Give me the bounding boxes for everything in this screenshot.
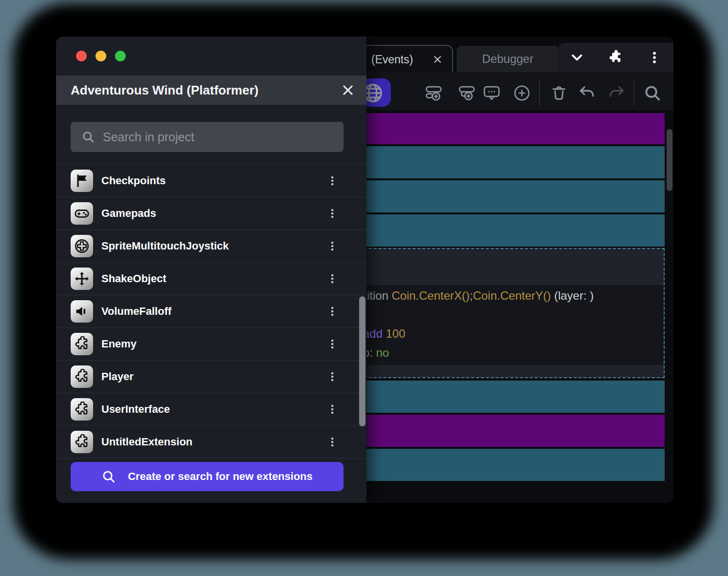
overflow-menu-icon[interactable] <box>647 50 662 65</box>
list-item[interactable]: Enemy <box>56 327 366 360</box>
close-tab-icon[interactable] <box>433 55 442 64</box>
list-item-label: UserInterface <box>101 393 170 425</box>
list-item[interactable]: Checkpoints <box>56 164 366 197</box>
item-menu-icon[interactable] <box>326 371 338 383</box>
search-icon <box>81 130 95 144</box>
list-item-label: Player <box>101 361 134 393</box>
window-controls-cluster <box>558 43 673 72</box>
search-events-icon[interactable] <box>643 84 662 102</box>
desktop: (Events) Debugger <box>0 0 728 576</box>
zoom-window-button[interactable] <box>115 51 126 61</box>
tab-debugger[interactable]: Debugger <box>457 46 559 72</box>
list-item[interactable]: SpriteMultitouchJoystick <box>56 230 366 262</box>
puzzle-icon <box>71 398 93 421</box>
add-subevent-icon[interactable] <box>458 84 476 102</box>
undo-icon[interactable] <box>577 84 596 102</box>
event-action-line: add 100 <box>363 327 405 341</box>
extensions-puzzle-icon[interactable] <box>608 50 623 65</box>
search-input[interactable] <box>102 130 337 145</box>
puzzle-icon <box>71 333 93 355</box>
project-search[interactable] <box>71 122 344 152</box>
item-menu-icon[interactable] <box>326 338 338 350</box>
move-arrows-icon <box>71 268 93 290</box>
dpad-icon <box>71 235 93 257</box>
extension-list: Checkpoints Gamepads SpriteMultitouchJoy… <box>56 164 366 459</box>
list-item[interactable]: VolumeFalloff <box>56 295 366 327</box>
search-icon <box>101 469 116 484</box>
drawer-scrollbar-thumb[interactable] <box>359 296 365 426</box>
list-item[interactable]: Player <box>56 360 366 393</box>
item-menu-icon[interactable] <box>326 403 338 415</box>
add-circle-icon[interactable] <box>513 84 531 102</box>
event-action-line: p: no <box>363 346 389 360</box>
speaker-icon <box>71 300 93 323</box>
project-manager-drawer: Adventurous Wind (Platformer) Checkpoint… <box>56 37 366 503</box>
project-title: Adventurous Wind (Platformer) <box>71 83 258 98</box>
item-menu-icon[interactable] <box>326 273 338 285</box>
item-menu-icon[interactable] <box>326 436 338 448</box>
puzzle-icon <box>71 365 93 388</box>
events-scrollbar-thumb[interactable] <box>667 129 672 191</box>
list-item-label: SpriteMultitouchJoystick <box>101 230 229 262</box>
list-item-label: Gamepads <box>101 197 156 230</box>
list-item-label: Enemy <box>101 328 136 360</box>
toolbar-divider <box>633 79 634 106</box>
item-menu-icon[interactable] <box>326 306 338 317</box>
item-menu-icon[interactable] <box>326 240 338 252</box>
toolbar-divider <box>539 79 540 106</box>
chevron-down-icon[interactable] <box>570 50 584 65</box>
drawer-header: Adventurous Wind (Platformer) <box>56 76 366 105</box>
list-item[interactable]: UserInterface <box>56 393 366 425</box>
redo-icon[interactable] <box>608 84 626 102</box>
list-item-label: ShakeObject <box>101 263 166 295</box>
item-menu-icon[interactable] <box>326 175 338 187</box>
item-menu-icon[interactable] <box>326 208 338 219</box>
gamepad-icon <box>71 202 93 225</box>
event-action-line: ition Coin.CenterX();Coin.CenterY() (lay… <box>367 289 594 303</box>
list-item-label: UntitledExtension <box>101 426 192 458</box>
minimize-window-button[interactable] <box>96 51 106 61</box>
add-comment-icon[interactable] <box>482 84 501 102</box>
tab-events-label: (Events) <box>371 53 413 66</box>
list-item-label: Checkpoints <box>101 165 166 197</box>
add-event-icon[interactable] <box>424 84 443 102</box>
app-window: (Events) Debugger <box>56 37 673 503</box>
delete-trash-icon[interactable] <box>550 84 568 102</box>
list-item[interactable]: ShakeObject <box>56 262 366 295</box>
create-extension-label: Create or search for new extensions <box>128 470 312 483</box>
list-item[interactable]: Gamepads <box>56 197 366 230</box>
tab-debugger-label: Debugger <box>482 52 533 66</box>
puzzle-icon <box>71 431 93 453</box>
list-item-label: VolumeFalloff <box>101 295 172 327</box>
list-item[interactable]: UntitledExtension <box>56 425 366 459</box>
close-drawer-icon[interactable] <box>341 83 355 97</box>
close-window-button[interactable] <box>76 51 87 61</box>
flag-icon <box>71 170 93 192</box>
tab-events[interactable]: (Events) <box>361 45 453 73</box>
create-extension-button[interactable]: Create or search for new extensions <box>71 462 344 491</box>
